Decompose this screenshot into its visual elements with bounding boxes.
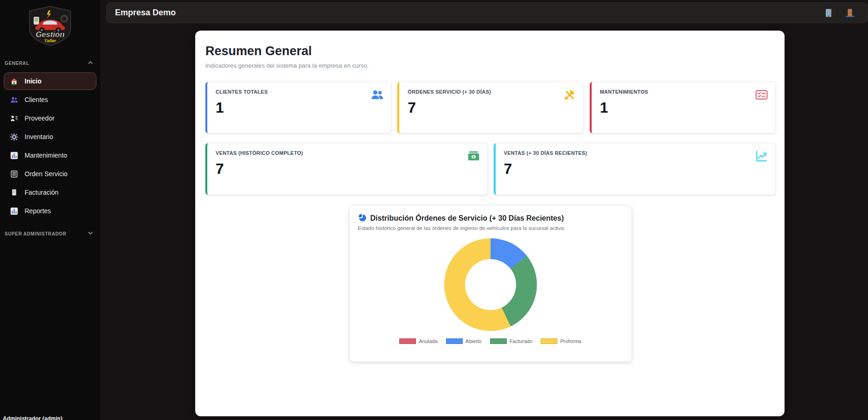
legend-item[interactable]: Anulada <box>399 338 437 344</box>
stat-value: 7 <box>408 99 574 116</box>
stat-card-mantenimientos: MANTENIMIENTOS 1 <box>590 82 775 133</box>
sidebar-item-label: Orden Servicio <box>25 170 68 178</box>
legend-label: Facturado <box>510 338 533 344</box>
stat-label: VENTAS (HISTÓRICO COMPLETO) <box>216 150 479 156</box>
sidebar-item-label: Mantenimiento <box>25 152 67 159</box>
legend-label: Abierto <box>466 338 482 344</box>
legend-swatch <box>490 338 507 344</box>
tools-icon <box>563 89 576 101</box>
sidebar-item-mantenimiento[interactable]: Mantenimiento <box>4 146 96 164</box>
graph-up-arrow-icon <box>755 150 768 162</box>
gestion-taller-logo-icon: Gestión Taller <box>23 5 77 47</box>
stat-card-ventas-historico: VENTAS (HISTÓRICO COMPLETO) 7 <box>205 143 487 195</box>
legend-swatch <box>541 338 557 344</box>
legend-item[interactable]: Abierto <box>446 338 482 344</box>
sidebar-item-reportes[interactable]: Reportes <box>4 202 96 220</box>
section-label: GENERAL <box>5 61 29 66</box>
stat-card-clientes-totales: CLIENTES TOTALES 1 <box>205 82 391 133</box>
sidebar-item-label: Inventario <box>25 133 53 140</box>
chevron-up-icon <box>87 59 94 67</box>
stats-grid: CLIENTES TOTALES 1 ÓRDENES SERVICIO (+ 3… <box>205 82 775 195</box>
chart-subtitle: Estado histórico general de las órdenes … <box>358 225 623 231</box>
sidebar-item-label: Clientes <box>25 96 48 103</box>
sidebar-item-inicio[interactable]: Inicio <box>4 72 96 90</box>
page-subtitle: Indicadores generales del sistema para l… <box>205 62 775 69</box>
journal-icon <box>10 170 18 178</box>
pie-chart-icon <box>358 213 367 224</box>
header-actions <box>823 7 859 19</box>
orders-distribution-chart-card: Distribución Órdenes de Servicio (+ 30 D… <box>350 206 632 362</box>
page-title: Resumen General <box>205 45 775 58</box>
chart-legend: AnuladaAbiertoFacturadoProforma <box>358 338 623 344</box>
sidebar-item-label: Facturación <box>25 189 58 196</box>
app-logo: Gestión Taller <box>0 0 100 47</box>
building-icon[interactable] <box>823 7 834 19</box>
home-icon <box>10 77 18 85</box>
people-icon <box>10 95 18 104</box>
door-icon[interactable] <box>844 7 855 19</box>
svg-text:Gestión: Gestión <box>36 30 64 39</box>
sidebar-item-label: Inicio <box>25 77 42 85</box>
stat-card-ordenes-servicio: ÓRDENES SERVICIO (+ 30 DÍAS) 7 <box>397 82 583 133</box>
bar-chart-icon <box>10 151 18 159</box>
sidebar-item-label: Proveedor <box>25 115 55 122</box>
sidebar-item-proveedor[interactable]: Proveedor <box>4 109 96 127</box>
legend-swatch <box>399 338 416 344</box>
stat-label: VENTAS (+ 30 DÍAS RECIENTES) <box>504 150 767 156</box>
gear-icon <box>10 133 18 141</box>
legend-label: Proforma <box>560 338 581 344</box>
stat-value: 7 <box>216 160 479 178</box>
stat-value: 1 <box>216 99 383 116</box>
person-lines-icon <box>10 114 18 122</box>
sidebar-item-inventario[interactable]: Inventario <box>4 128 96 146</box>
sidebar-item-label: Reportes <box>25 207 51 215</box>
legend-swatch <box>446 338 463 344</box>
card-checklist-icon <box>755 89 768 101</box>
header-bar: Empresa Demo <box>106 2 868 23</box>
sidebar-item-facturacion[interactable]: Facturación <box>4 184 96 201</box>
sidebar-nav: Inicio Clientes <box>0 72 100 220</box>
sidebar-item-clientes[interactable]: Clientes <box>4 91 96 108</box>
stat-value: 1 <box>600 99 767 116</box>
svg-text:Taller: Taller <box>44 38 57 43</box>
stat-value: 7 <box>504 160 767 178</box>
people-fill-icon <box>371 89 383 101</box>
legend-label: Anulada <box>419 338 437 344</box>
legend-item[interactable]: Proforma <box>541 338 581 344</box>
chevron-down-icon <box>87 230 94 237</box>
stat-card-ventas-recientes: VENTAS (+ 30 DÍAS RECIENTES) 7 <box>494 143 776 195</box>
section-label: SUPER ADMINISTRADOR <box>5 231 66 236</box>
bar-chart-icon <box>10 207 18 215</box>
sidebar-item-orden-servicio[interactable]: Orden Servicio <box>4 165 96 183</box>
cash-icon <box>467 150 480 162</box>
dashboard-panel: Resumen General Indicadores generales de… <box>195 31 785 416</box>
receipt-icon <box>10 188 18 197</box>
stat-label: CLIENTES TOTALES <box>216 89 383 95</box>
sidebar-section-general[interactable]: GENERAL <box>0 59 100 67</box>
sidebar-section-super-admin[interactable]: SUPER ADMINISTRADOR <box>0 230 100 237</box>
legend-item[interactable]: Facturado <box>490 338 533 344</box>
stat-label: MANTENIMIENTOS <box>600 89 767 95</box>
company-title: Empresa Demo <box>115 8 176 18</box>
chart-title: Distribución Órdenes de Servicio (+ 30 D… <box>370 214 564 223</box>
donut-chart[interactable] <box>444 238 537 331</box>
logged-user-label: Administrador (admin) <box>3 415 63 420</box>
stat-label: ÓRDENES SERVICIO (+ 30 DÍAS) <box>408 89 574 95</box>
sidebar: Gestión Taller GENERAL Inicio <box>0 0 100 420</box>
